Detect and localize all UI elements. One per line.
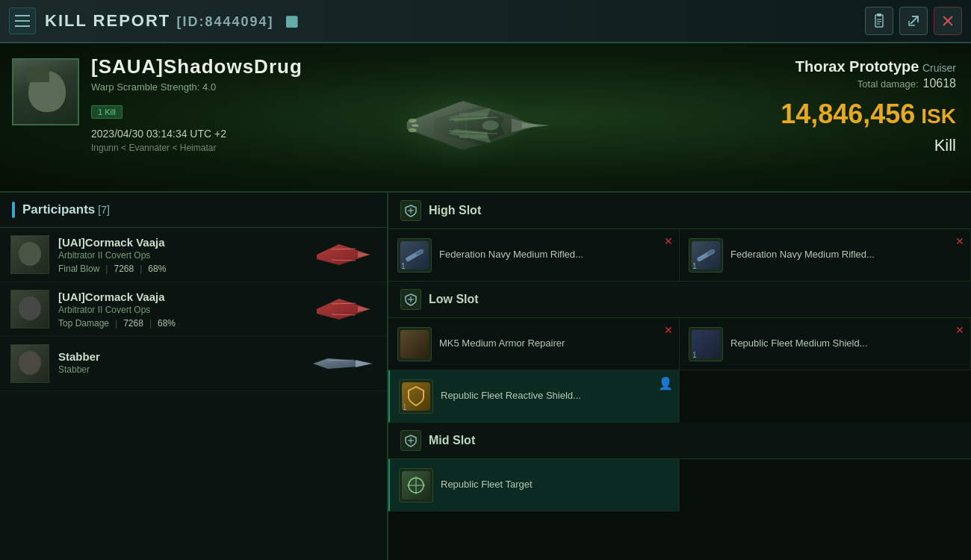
- participants-panel: Participants [7] [UAI]Cormack Vaaja Arbi…: [0, 193, 388, 560]
- stat-percent: 68%: [148, 264, 166, 274]
- victim-info: [SAUA]ShadowsDrug Warp Scramble Strength…: [91, 43, 717, 191]
- item-name: Republic Fleet Target: [441, 479, 670, 491]
- menu-line: [15, 15, 30, 16]
- item-icon: 1: [397, 238, 432, 273]
- close-icon: [942, 15, 954, 27]
- high-slot-items: 1 Federation Navy Medium Rifled... ✕ 1 F…: [388, 229, 971, 281]
- avatar: [12, 58, 79, 125]
- item-icon: [397, 327, 432, 361]
- high-slot-header: High Slot: [388, 193, 971, 229]
- item-number: 1: [401, 262, 406, 270]
- item-number: 1: [692, 351, 697, 359]
- stat-damage: 7268: [123, 318, 143, 329]
- low-slot-title: Low Slot: [429, 293, 479, 306]
- participant-stats: Top Damage | 7268 | 68%: [58, 318, 302, 329]
- reactive-slot-row: 1 Republic Fleet Reactive Shield... 👤: [388, 370, 971, 423]
- item-icon: 1: [689, 327, 723, 361]
- participant-name: Stabber: [58, 350, 302, 363]
- mid-slot-header: Mid Slot: [388, 423, 971, 459]
- kill-result-label: Kill: [732, 136, 956, 155]
- target-icon: [402, 471, 430, 500]
- participant-ship: Arbitrator II Covert Ops: [58, 250, 302, 261]
- kill-stats: Thorax Prototype Cruiser Total damage: 1…: [717, 43, 971, 191]
- low-slot-header: Low Slot: [388, 281, 971, 318]
- kill-datetime: 2023/04/30 03:14:34 UTC +2: [91, 128, 717, 140]
- participant-item[interactable]: [UAI]Cormack Vaaja Arbitrator II Covert …: [0, 282, 387, 337]
- copy-icon[interactable]: [286, 16, 298, 28]
- total-damage-label: Total damage:: [857, 78, 919, 90]
- slot-item-reactive[interactable]: 1 Republic Fleet Reactive Shield... 👤: [388, 370, 680, 423]
- item-name: Federation Navy Medium Rifled...: [730, 249, 961, 261]
- item-number: 1: [692, 262, 697, 270]
- participant-ship-icon: [309, 238, 376, 272]
- menu-button[interactable]: [9, 7, 36, 34]
- total-damage-value: 10618: [923, 77, 957, 90]
- item-icon: 1: [399, 379, 433, 414]
- kill-count-badge: 1 Kill: [91, 105, 122, 119]
- reactive-shield-svg: [404, 385, 428, 408]
- destroy-icon: ✕: [955, 235, 964, 247]
- participant-ship-icon: [309, 347, 376, 381]
- slot-item[interactable]: 1 Republic Fleet Medium Shield... ✕: [680, 318, 971, 370]
- stat-label: Final Blow: [58, 264, 99, 274]
- slot-item[interactable]: 1 Federation Navy Medium Rifled... ✕: [388, 229, 680, 281]
- destroy-icon: ✕: [955, 324, 964, 336]
- slots-panel: High Slot 1 Federation Navy Medium Rifle…: [388, 193, 971, 560]
- clipboard-button[interactable]: [865, 7, 893, 35]
- empty-slot: [680, 370, 971, 423]
- item-icon: [399, 468, 433, 503]
- header: KILL REPORT [ID:8444094]: [0, 0, 971, 43]
- victim-name: [SAUA]ShadowsDrug: [91, 55, 717, 78]
- low-slot-icon: [400, 289, 421, 310]
- mid-slot-icon: [400, 430, 421, 451]
- slot-item-target[interactable]: Republic Fleet Target: [388, 459, 680, 511]
- header-accent-bar: [12, 202, 15, 218]
- svg-rect-0: [875, 15, 883, 27]
- participant-ship-icon: [309, 293, 376, 326]
- ship-type-class: Cruiser: [922, 62, 956, 74]
- destroy-icon: ✕: [664, 235, 673, 247]
- participant-avatar: [10, 344, 49, 383]
- clipboard-icon: [872, 13, 887, 28]
- export-icon: [906, 13, 921, 28]
- item-name: Republic Fleet Reactive Shield...: [441, 390, 670, 402]
- participants-count: [7]: [98, 204, 110, 216]
- menu-line: [15, 25, 30, 27]
- page-title: KILL REPORT [ID:8444094]: [45, 11, 298, 31]
- shield-icon: [404, 204, 418, 217]
- avatar-image: [13, 60, 78, 124]
- participant-details: Stabber Stabber: [58, 350, 302, 378]
- participant-item[interactable]: [UAI]Cormack Vaaja Arbitrator II Covert …: [0, 228, 387, 282]
- high-slot-title: High Slot: [429, 204, 481, 217]
- item-icon: 1: [689, 238, 723, 273]
- shield-icon: [404, 293, 418, 306]
- svg-line-5: [910, 16, 918, 24]
- high-slot-icon: [400, 200, 421, 221]
- menu-line: [15, 20, 30, 22]
- isk-value: 14,846,456: [781, 101, 915, 128]
- item-name: Republic Fleet Medium Shield...: [730, 337, 961, 350]
- low-slot-items-row1: MK5 Medium Armor Repairer ✕ 1 Republic F…: [388, 318, 971, 370]
- item-name: MK5 Medium Armor Repairer: [439, 337, 670, 350]
- participant-item[interactable]: Stabber Stabber: [0, 337, 387, 391]
- participant-stats: Final Blow | 7268 | 68%: [58, 264, 302, 274]
- slot-item[interactable]: 1 Federation Navy Medium Rifled... ✕: [680, 229, 971, 281]
- participants-header: Participants [7]: [0, 193, 387, 228]
- shield-icon: [404, 434, 418, 447]
- main-content: Participants [7] [UAI]Cormack Vaaja Arbi…: [0, 193, 971, 560]
- warp-scramble-stat: Warp Scramble Strength: 4.0: [91, 81, 717, 93]
- ship-silhouette: [309, 238, 376, 272]
- participant-name: [UAI]Cormack Vaaja: [58, 290, 302, 303]
- stat-damage: 7268: [114, 264, 134, 274]
- stat-percent: 68%: [158, 318, 176, 329]
- export-button[interactable]: [899, 7, 928, 35]
- close-button[interactable]: [934, 7, 962, 35]
- slot-item[interactable]: MK5 Medium Armor Repairer ✕: [388, 318, 680, 370]
- person-icon: 👤: [658, 376, 673, 391]
- participant-face: [11, 236, 49, 273]
- participant-details: [UAI]Cormack Vaaja Arbitrator II Covert …: [58, 290, 302, 329]
- ship-silhouette: [309, 293, 376, 326]
- ship-type-name: Thorax Prototype: [795, 58, 919, 75]
- participant-ship: Arbitrator II Covert Ops: [58, 305, 302, 315]
- participant-face: [11, 290, 49, 328]
